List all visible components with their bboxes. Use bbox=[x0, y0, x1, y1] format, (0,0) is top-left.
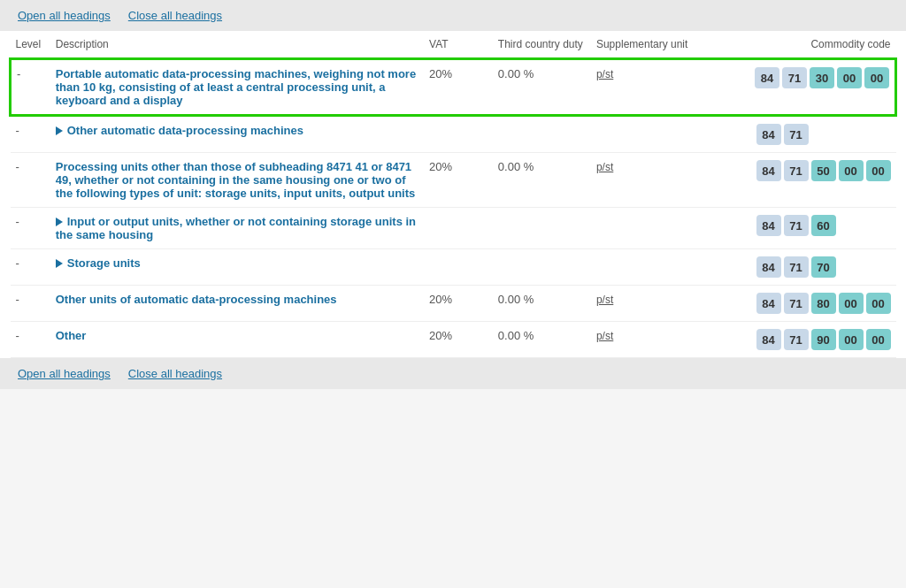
row-description-text: Other units of automatic data-processing… bbox=[56, 293, 337, 306]
row-commodity-code: 8471 bbox=[699, 116, 895, 153]
row-commodity-code: 8471500000 bbox=[699, 153, 895, 208]
close-all-headings-top[interactable]: Close all headings bbox=[128, 9, 222, 22]
row-description-text: Other bbox=[56, 329, 87, 342]
code-badges-container: 847160 bbox=[704, 215, 890, 236]
code-badges-container: 8471800000 bbox=[704, 293, 890, 314]
code-badge[interactable]: 00 bbox=[839, 160, 864, 181]
code-badge[interactable]: 70 bbox=[811, 256, 836, 278]
header-vat: VAT bbox=[424, 31, 493, 59]
code-badge[interactable]: 71 bbox=[784, 215, 809, 236]
header-supplementary-unit: Supplementary unit bbox=[591, 31, 699, 59]
code-badge[interactable]: 71 bbox=[782, 67, 807, 88]
expand-arrow-icon[interactable] bbox=[56, 259, 63, 268]
code-badge[interactable]: 71 bbox=[784, 329, 809, 350]
code-badge[interactable]: 00 bbox=[866, 329, 891, 350]
code-badge[interactable]: 84 bbox=[755, 67, 779, 88]
row-description: Input or output units, whether or not co… bbox=[50, 208, 424, 249]
top-bar: Open all headings Close all headings bbox=[0, 0, 906, 31]
code-badge[interactable]: 90 bbox=[811, 329, 836, 350]
open-all-headings-top[interactable]: Open all headings bbox=[18, 9, 111, 22]
row-vat: 20% bbox=[424, 153, 493, 208]
row-supplementary-unit[interactable]: p/st bbox=[591, 286, 699, 322]
row-supplementary-unit bbox=[591, 208, 699, 249]
code-badge[interactable]: 00 bbox=[839, 329, 864, 350]
code-badge[interactable]: 84 bbox=[756, 256, 781, 278]
row-description-text: Other automatic data-processing machines bbox=[67, 124, 303, 137]
header-description: Description bbox=[50, 31, 424, 59]
row-vat bbox=[424, 249, 493, 286]
code-badge[interactable]: 84 bbox=[756, 215, 781, 236]
code-badge[interactable]: 00 bbox=[864, 67, 889, 88]
row-level: - bbox=[11, 322, 50, 358]
row-commodity-code: 8471900000 bbox=[699, 322, 895, 358]
row-description: Other bbox=[50, 322, 424, 358]
code-badge[interactable]: 84 bbox=[756, 160, 781, 181]
close-all-headings-bottom[interactable]: Close all headings bbox=[128, 367, 222, 380]
code-badge[interactable]: 84 bbox=[756, 293, 781, 314]
table-header-row: Level Description VAT Third country duty… bbox=[11, 31, 896, 59]
header-level: Level bbox=[11, 31, 50, 59]
table-row: -Storage units847170 bbox=[11, 249, 896, 286]
open-all-headings-bottom[interactable]: Open all headings bbox=[18, 367, 111, 380]
row-level: - bbox=[11, 153, 50, 208]
row-third-country-duty: 0.00 % bbox=[493, 322, 591, 358]
code-badges-container: 847170 bbox=[704, 256, 890, 278]
code-badge[interactable]: 84 bbox=[756, 124, 781, 145]
row-level: - bbox=[11, 249, 50, 286]
row-vat: 20% bbox=[424, 322, 493, 358]
code-badge[interactable]: 71 bbox=[784, 160, 809, 181]
row-description-text: Input or output units, whether or not co… bbox=[56, 215, 416, 241]
row-third-country-duty: 0.00 % bbox=[493, 59, 591, 116]
header-third-country-duty: Third country duty bbox=[493, 31, 591, 59]
expand-arrow-icon[interactable] bbox=[56, 218, 63, 226]
expand-arrow-icon[interactable] bbox=[56, 126, 63, 135]
row-supplementary-unit[interactable]: p/st bbox=[591, 153, 699, 208]
table-row: -Portable automatic data-processing mach… bbox=[11, 59, 896, 116]
row-description-text: Storage units bbox=[67, 256, 141, 270]
sup-unit-link[interactable]: p/st bbox=[596, 161, 613, 173]
table-body: -Portable automatic data-processing mach… bbox=[11, 59, 896, 358]
code-badge[interactable]: 71 bbox=[784, 124, 809, 145]
row-description: Processing units other than those of sub… bbox=[50, 153, 424, 208]
row-description: Portable automatic data-processing machi… bbox=[50, 59, 424, 116]
row-vat bbox=[424, 116, 493, 153]
code-badge[interactable]: 50 bbox=[811, 160, 836, 181]
row-description-text: Processing units other than those of sub… bbox=[56, 160, 416, 200]
row-supplementary-unit[interactable]: p/st bbox=[591, 322, 699, 358]
code-badge[interactable]: 00 bbox=[866, 160, 891, 181]
row-level: - bbox=[11, 116, 50, 153]
table-row: -Other automatic data-processing machine… bbox=[11, 116, 896, 153]
row-description: Storage units bbox=[50, 249, 424, 286]
code-badges-container: 8471300000 bbox=[704, 67, 889, 88]
table-row: -Other20%0.00 %p/st8471900000 bbox=[11, 322, 896, 358]
code-badge[interactable]: 00 bbox=[839, 293, 864, 314]
code-badge[interactable]: 30 bbox=[810, 67, 834, 88]
code-badge[interactable]: 80 bbox=[811, 293, 836, 314]
row-third-country-duty bbox=[493, 249, 591, 286]
row-supplementary-unit[interactable]: p/st bbox=[591, 59, 699, 116]
sup-unit-link[interactable]: p/st bbox=[596, 68, 613, 80]
code-badges-container: 8471900000 bbox=[704, 329, 890, 350]
sup-unit-link[interactable]: p/st bbox=[596, 330, 613, 342]
code-badge[interactable]: 71 bbox=[784, 256, 809, 278]
table-row: -Processing units other than those of su… bbox=[11, 153, 896, 208]
row-third-country-duty: 0.00 % bbox=[493, 153, 591, 208]
code-badge[interactable]: 84 bbox=[756, 329, 781, 350]
header-commodity-code: Commodity code bbox=[699, 31, 895, 59]
code-badges-container: 8471 bbox=[704, 124, 890, 145]
main-table: Level Description VAT Third country duty… bbox=[9, 31, 897, 358]
code-badge[interactable]: 00 bbox=[837, 67, 862, 88]
row-description: Other units of automatic data-processing… bbox=[50, 286, 424, 322]
code-badge[interactable]: 60 bbox=[811, 215, 836, 236]
sup-unit-link[interactable]: p/st bbox=[596, 294, 613, 306]
code-badge[interactable]: 71 bbox=[784, 293, 809, 314]
row-vat: 20% bbox=[424, 59, 493, 116]
row-description: Other automatic data-processing machines bbox=[50, 116, 424, 153]
row-commodity-code: 847170 bbox=[699, 249, 895, 286]
row-vat: 20% bbox=[424, 286, 493, 322]
bottom-bar: Open all headings Close all headings bbox=[0, 358, 906, 389]
row-third-country-duty bbox=[493, 208, 591, 249]
table-wrapper: Level Description VAT Third country duty… bbox=[0, 31, 906, 358]
row-commodity-code: 8471800000 bbox=[699, 286, 895, 322]
code-badge[interactable]: 00 bbox=[866, 293, 891, 314]
